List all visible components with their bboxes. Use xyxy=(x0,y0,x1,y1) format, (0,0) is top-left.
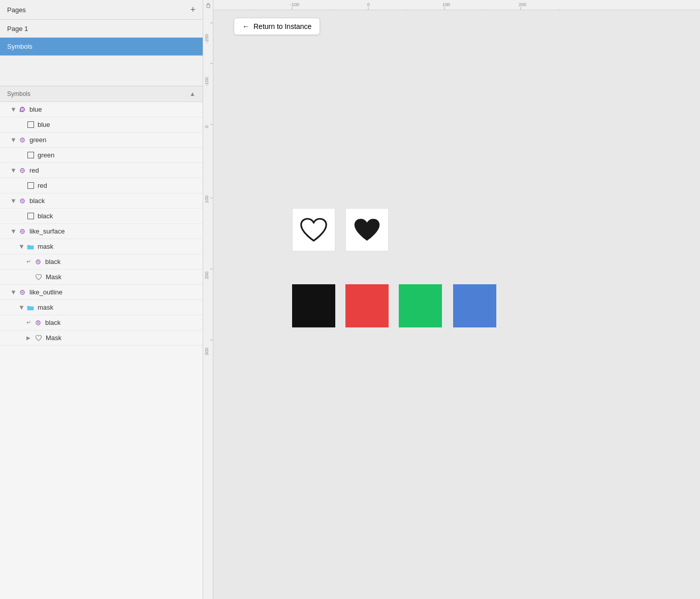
color-box-red xyxy=(345,284,389,327)
svg-rect-8 xyxy=(207,5,210,8)
page-item-symbols[interactable]: Symbols xyxy=(0,38,203,55)
layer-mask-folder-2[interactable]: ▼ mask xyxy=(0,300,203,315)
chevron-right-icon: ▶ xyxy=(26,335,33,341)
instance-icon xyxy=(34,319,42,327)
heart-outline-shape xyxy=(292,208,335,251)
layer-label-mask-black-2: black xyxy=(45,319,60,326)
layer-blue-rect[interactable]: ▼ blue xyxy=(0,117,203,132)
heart-filled-shape xyxy=(345,208,389,251)
ruler-top: -100 0 100 200 xyxy=(203,0,700,10)
svg-point-6 xyxy=(20,290,24,294)
left-panel: Pages + Page 1 Symbols Symbols ▲ ▼ xyxy=(0,0,203,599)
ruler-lock xyxy=(203,0,213,10)
layer-red-symbol[interactable]: ▼ red xyxy=(0,163,203,178)
layer-label-blue: blue xyxy=(29,106,42,113)
rect-icon xyxy=(26,212,35,220)
chevron-icon: ▼ xyxy=(10,107,16,113)
instance-arrow: ↵ xyxy=(26,320,33,326)
svg-text:-100: -100 xyxy=(204,77,209,86)
svg-text:0: 0 xyxy=(367,2,370,7)
svg-point-2 xyxy=(20,169,24,173)
pages-list: Page 1 Symbols xyxy=(0,20,203,56)
symbol-icon xyxy=(18,136,26,144)
pages-spacer xyxy=(0,56,203,86)
layer-label-green: green xyxy=(29,136,46,144)
symbols-section-title: Symbols xyxy=(7,90,30,97)
symbol-icon xyxy=(18,197,26,205)
chevron-icon: ▼ xyxy=(10,198,16,204)
pages-header: Pages + xyxy=(0,0,203,20)
layer-label-like-outline: like_outline xyxy=(29,288,62,296)
svg-point-4 xyxy=(20,229,24,234)
layer-label-mask-heart-1: Mask xyxy=(46,273,61,281)
symbols-section-header: Symbols ▲ xyxy=(0,86,203,102)
color-box-blue xyxy=(453,284,496,327)
svg-point-1 xyxy=(20,138,24,142)
layer-blue-symbol[interactable]: ▼ blue xyxy=(0,102,203,117)
rect-icon xyxy=(26,121,35,129)
svg-text:-100: -100 xyxy=(290,2,299,7)
layer-green-rect[interactable]: ▼ green xyxy=(0,148,203,163)
svg-text:300: 300 xyxy=(204,348,209,355)
instance-icon xyxy=(34,258,42,266)
chevron-icon: ▼ xyxy=(10,168,16,174)
color-box-black xyxy=(292,284,335,327)
layer-red-rect[interactable]: ▼ red xyxy=(0,178,203,193)
layer-mask-heart-2[interactable]: ▶ Mask xyxy=(0,330,203,346)
symbols-layers: ▼ blue ▼ blue ▼ xyxy=(0,102,203,599)
layer-black-rect[interactable]: ▼ black xyxy=(0,209,203,224)
svg-text:200: 200 xyxy=(519,2,526,7)
layer-label-mask-black-1: black xyxy=(45,258,60,265)
add-page-button[interactable]: + xyxy=(190,5,196,14)
layer-green-symbol[interactable]: ▼ green xyxy=(0,132,203,148)
layer-mask-black-instance-2[interactable]: ↵ black xyxy=(0,315,203,330)
canvas-content xyxy=(213,10,700,599)
symbols-collapse-button[interactable]: ▲ xyxy=(189,90,196,97)
svg-text:100: 100 xyxy=(204,195,209,203)
folder-icon xyxy=(26,304,35,312)
layer-label-green-rect: green xyxy=(38,151,54,159)
svg-text:100: 100 xyxy=(442,2,450,7)
layer-mask-heart-1[interactable]: ▼ Mask xyxy=(0,270,203,285)
chevron-icon: ▼ xyxy=(10,228,16,235)
svg-text:200: 200 xyxy=(204,272,209,279)
chevron-icon: ▼ xyxy=(10,137,16,143)
layer-label-red: red xyxy=(29,167,39,174)
layer-label-mask-heart-2: Mask xyxy=(46,334,61,342)
folder-icon xyxy=(26,243,35,251)
layer-like-surface-symbol[interactable]: ▼ like_surface xyxy=(0,224,203,239)
heart-icon xyxy=(35,273,43,281)
layer-label-like-surface: like_surface xyxy=(29,227,65,235)
rect-icon xyxy=(26,151,35,159)
page-item-page1[interactable]: Page 1 xyxy=(0,20,203,38)
layer-mask-folder-1[interactable]: ▼ mask xyxy=(0,239,203,254)
chevron-icon: ▼ xyxy=(18,305,24,311)
svg-point-7 xyxy=(36,321,40,325)
heart-icon xyxy=(35,334,43,342)
layer-mask-black-instance-1[interactable]: ↵ black xyxy=(0,254,203,270)
layer-label-black: black xyxy=(29,197,45,205)
color-box-green xyxy=(399,284,442,327)
layer-like-outline-symbol[interactable]: ▼ like_outline xyxy=(0,285,203,300)
symbol-icon xyxy=(18,167,26,175)
layer-label-mask-folder-2: mask xyxy=(38,304,53,311)
pages-title: Pages xyxy=(7,6,26,14)
layer-black-symbol[interactable]: ▼ black xyxy=(0,193,203,209)
chevron-icon: ▼ xyxy=(10,289,16,295)
canvas-area: -100 0 100 200 -200 -100 xyxy=(203,0,700,599)
svg-point-5 xyxy=(36,260,40,264)
layer-label-mask-folder-1: mask xyxy=(38,243,53,250)
symbol-icon xyxy=(18,288,26,296)
layer-label-red-rect: red xyxy=(38,182,47,189)
symbol-icon xyxy=(18,106,26,114)
chevron-icon: ▼ xyxy=(18,244,24,250)
svg-text:0: 0 xyxy=(204,125,209,128)
layer-label-black-rect: black xyxy=(38,212,53,220)
ruler-top-inner: -100 0 100 200 xyxy=(213,0,700,10)
ruler-left: -200 -100 0 100 200 300 xyxy=(203,0,213,599)
instance-arrow: ↵ xyxy=(26,259,33,265)
symbol-icon xyxy=(18,227,26,236)
svg-point-3 xyxy=(20,199,24,203)
rect-icon xyxy=(26,182,35,190)
svg-text:-200: -200 xyxy=(204,34,209,43)
